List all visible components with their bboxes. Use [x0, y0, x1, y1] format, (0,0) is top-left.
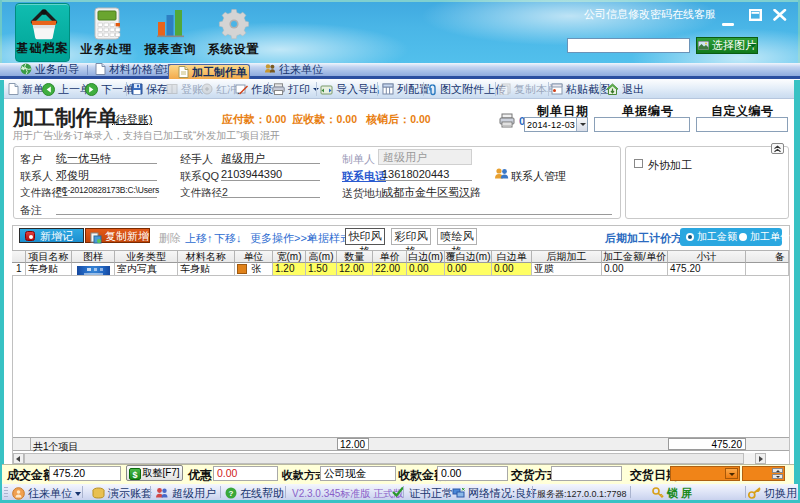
svg-text:?: ? — [229, 489, 234, 498]
